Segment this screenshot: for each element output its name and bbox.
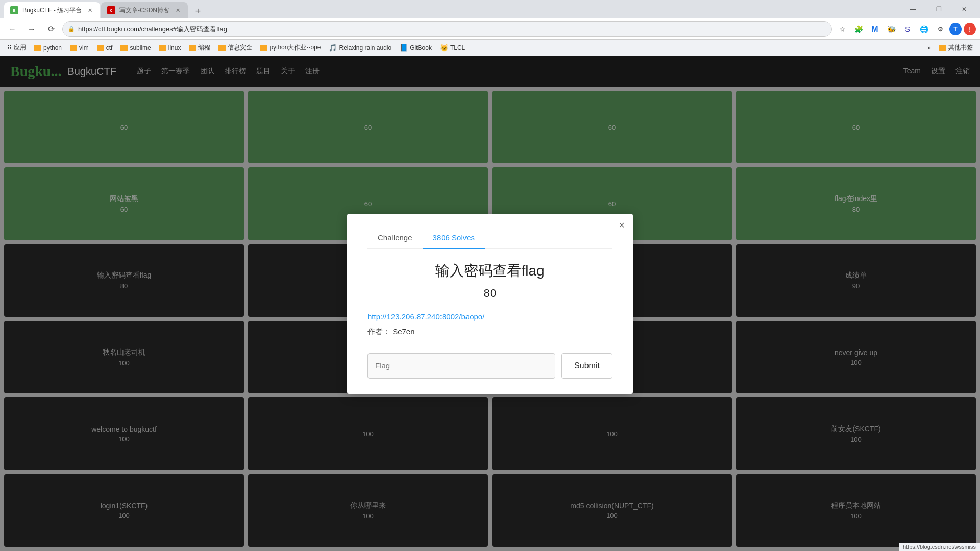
apps-grid-icon: ⠿ xyxy=(7,44,12,52)
bookmark-gitbook-label: GitBook xyxy=(410,44,432,52)
new-tab-button[interactable]: + xyxy=(191,4,205,18)
bookmark-relaxing[interactable]: 🎵 Relaxing rain audio xyxy=(326,42,395,53)
bookmark-python-big[interactable]: python大作业--ope xyxy=(257,42,324,54)
warning-icon[interactable]: ! xyxy=(964,23,976,35)
bookmark-infosec-label: 信息安全 xyxy=(228,43,252,52)
csdn-favicon-icon: C xyxy=(107,6,115,14)
folder-icon xyxy=(97,45,104,51)
bookmark-relaxing-label: Relaxing rain audio xyxy=(339,44,391,52)
tab-bugku-label: BugkuCTF - 练习平台 xyxy=(22,6,82,15)
folder-icon xyxy=(120,45,128,51)
tlcl-favicon-icon: 🐱 xyxy=(440,44,448,52)
bookmark-biancheng[interactable]: 编程 xyxy=(186,42,213,54)
folder-icon xyxy=(34,45,41,51)
bookmark-vim-label: vim xyxy=(79,44,89,52)
window-controls: — ❐ ✕ xyxy=(901,1,976,17)
ext-icon1[interactable]: 🐝 xyxy=(884,22,898,36)
challenge-modal: × Challenge 3806 Solves 输入密码查看flag 80 ht… xyxy=(347,214,633,394)
minimize-button[interactable]: — xyxy=(901,1,925,17)
modal-challenge-link[interactable]: http://123.206.87.240:8002/baopo/ xyxy=(368,312,612,321)
bookmark-infosec[interactable]: 信息安全 xyxy=(215,42,255,54)
folder-icon xyxy=(189,45,196,51)
modal-author: 作者： Se7en xyxy=(368,327,612,337)
flag-input[interactable] xyxy=(368,353,555,379)
ext-icon3[interactable]: 🌐 xyxy=(917,22,931,36)
author-name: Se7en xyxy=(393,327,414,336)
folder-icon xyxy=(260,45,267,51)
folder-icon xyxy=(218,45,226,51)
modal-score: 80 xyxy=(368,287,612,300)
bookmark-other-label: 其他书签 xyxy=(948,43,973,52)
bugku-favicon-icon: B xyxy=(10,6,18,14)
title-bar: B BugkuCTF - 练习平台 ✕ C 写文章-CSDN博客 ✕ + — ❐… xyxy=(0,0,980,18)
back-button[interactable]: ← xyxy=(4,21,20,37)
bookmark-linux[interactable]: linux xyxy=(156,43,184,53)
bookmark-biancheng-label: 编程 xyxy=(198,43,210,52)
bookmark-linux-label: linux xyxy=(168,44,181,52)
nav-icons: ☆ 🧩 M 🐝 S 🌐 ⚙ T ! xyxy=(835,22,976,36)
modal-overlay[interactable]: × Challenge 3806 Solves 输入密码查看flag 80 ht… xyxy=(0,56,980,551)
bookmark-tlcl-label: TLCL xyxy=(450,44,465,52)
profile-m-icon[interactable]: M xyxy=(868,22,882,36)
browser-ext-icon[interactable]: 🧩 xyxy=(851,22,866,36)
tab-bugku-close[interactable]: ✕ xyxy=(86,6,94,14)
maximize-button[interactable]: ❐ xyxy=(927,1,950,17)
chevron-right-icon: » xyxy=(927,44,931,52)
ext-icon2[interactable]: S xyxy=(900,22,915,36)
address-bar[interactable]: 🔒 https://ctf.bugku.com/challenges#输入密码查… xyxy=(62,21,832,37)
bookmarks-bar: ⠿ 应用 python vim ctf sublime linux 编程 xyxy=(0,40,980,56)
bookmark-ctf[interactable]: ctf xyxy=(94,43,116,53)
bookmark-python[interactable]: python xyxy=(31,43,65,53)
ext-icon4[interactable]: ⚙ xyxy=(933,22,947,36)
bookmark-apps[interactable]: ⠿ 应用 xyxy=(4,42,29,54)
gitbook-favicon-icon: 📘 xyxy=(400,44,408,52)
author-label: 作者： xyxy=(368,327,390,336)
bookmark-star-icon[interactable]: ☆ xyxy=(835,22,849,36)
page-content: Bugku... BugkuCTF 题子 第一赛季 团队 排行榜 题目 关于 注… xyxy=(0,56,980,551)
tab-csdn-close[interactable]: ✕ xyxy=(174,6,182,14)
modal-tab-challenge[interactable]: Challenge xyxy=(368,229,423,249)
bookmark-apps-label: 应用 xyxy=(14,43,26,52)
lock-icon: 🔒 xyxy=(68,26,75,32)
modal-challenge-title: 输入密码查看flag xyxy=(368,261,612,281)
relaxing-favicon-icon: 🎵 xyxy=(329,44,337,52)
bookmark-ctf-label: ctf xyxy=(106,44,113,52)
tab-bugku[interactable]: B BugkuCTF - 练习平台 ✕ xyxy=(4,2,100,18)
close-button[interactable]: ✕ xyxy=(952,1,976,17)
bookmark-gitbook[interactable]: 📘 GitBook xyxy=(397,42,435,53)
status-url: https://blog.csdn.net/wssmiss xyxy=(903,544,976,550)
user-avatar[interactable]: T xyxy=(949,23,962,35)
tab-strip: B BugkuCTF - 练习平台 ✕ C 写文章-CSDN博客 ✕ + xyxy=(4,0,901,18)
bookmark-python-label: python xyxy=(43,44,62,52)
modal-tab-solves[interactable]: 3806 Solves xyxy=(423,229,485,249)
submit-button[interactable]: Submit xyxy=(561,353,612,379)
modal-close-button[interactable]: × xyxy=(619,220,625,230)
bookmark-vim[interactable]: vim xyxy=(67,43,92,53)
folder-icon xyxy=(939,45,946,51)
bookmark-other[interactable]: 其他书签 xyxy=(936,42,976,54)
modal-tabs: Challenge 3806 Solves xyxy=(368,229,612,249)
bookmark-python-big-label: python大作业--ope xyxy=(270,43,321,52)
folder-icon xyxy=(159,45,166,51)
bookmark-more[interactable]: » xyxy=(924,43,934,53)
forward-button[interactable]: → xyxy=(23,21,40,37)
bookmark-sublime[interactable]: sublime xyxy=(117,43,154,53)
bookmark-sublime-label: sublime xyxy=(130,44,151,52)
folder-icon xyxy=(70,45,77,51)
flag-area: Submit xyxy=(368,353,612,379)
nav-bar: ← → ⟳ 🔒 https://ctf.bugku.com/challenges… xyxy=(0,18,980,40)
bookmark-tlcl[interactable]: 🐱 TLCL xyxy=(437,42,468,53)
tab-csdn-label: 写文章-CSDN博客 xyxy=(119,6,169,15)
address-text: https://ctf.bugku.com/challenges#输入密码查看f… xyxy=(78,24,227,34)
status-bar: https://blog.csdn.net/wssmiss xyxy=(899,543,980,551)
tab-csdn[interactable]: C 写文章-CSDN博客 ✕ xyxy=(101,2,188,18)
browser-chrome: B BugkuCTF - 练习平台 ✕ C 写文章-CSDN博客 ✕ + — ❐… xyxy=(0,0,980,56)
reload-button[interactable]: ⟳ xyxy=(43,21,59,37)
